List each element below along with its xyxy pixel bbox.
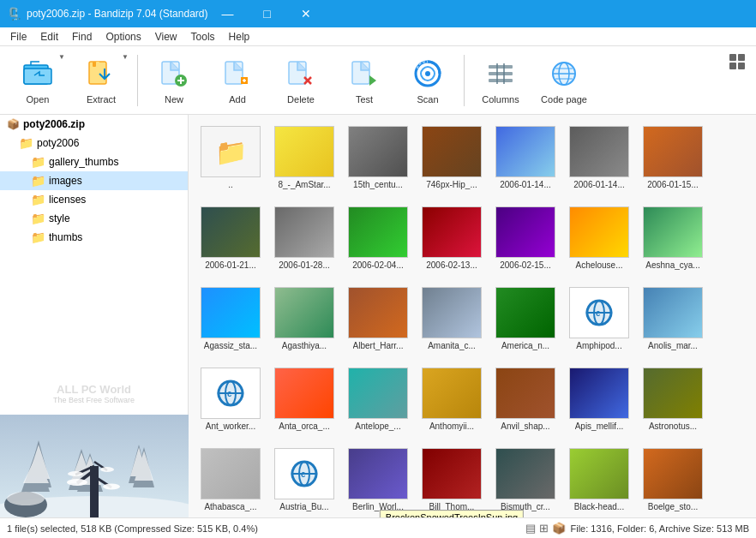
scan-button[interactable]: Scan bbox=[397, 50, 459, 111]
svg-rect-23 bbox=[489, 72, 513, 75]
sidebar-root[interactable]: 📦 poty2006.zip bbox=[0, 115, 188, 134]
sidebar-item-label: images bbox=[49, 175, 82, 187]
svg-text:e: e bbox=[227, 389, 232, 398]
view-icon-1[interactable]: ▤ bbox=[525, 522, 536, 535]
menu-tools[interactable]: Tools bbox=[184, 29, 222, 45]
file-name: 2006-02-04... bbox=[352, 260, 404, 271]
file-name: Astronotus... bbox=[649, 421, 697, 432]
file-thumbnail: e bbox=[201, 368, 261, 419]
sidebar-item-gallery_thumbs[interactable]: 📁gallery_thumbs bbox=[0, 152, 188, 171]
file-thumbnail bbox=[348, 126, 408, 177]
test-button[interactable]: Test bbox=[333, 50, 395, 111]
menu-find[interactable]: Find bbox=[65, 29, 99, 45]
file-item[interactable]: 2006-01-15... bbox=[638, 122, 708, 199]
file-item[interactable]: 2006-02-04... bbox=[343, 202, 413, 279]
menu-view[interactable]: View bbox=[148, 29, 184, 45]
folder-icon: 📁 bbox=[19, 136, 33, 150]
file-item[interactable]: Black-head... bbox=[564, 444, 634, 517]
file-item[interactable]: e Ant_worker... bbox=[195, 363, 266, 440]
file-item[interactable]: Antelope_... bbox=[343, 363, 413, 440]
sidebar-item-thumbs[interactable]: 📁thumbs bbox=[0, 228, 188, 247]
folder-icon: 📁 bbox=[31, 155, 45, 169]
svg-rect-33 bbox=[738, 54, 745, 61]
open-button[interactable]: Open ▼ bbox=[7, 50, 69, 111]
file-item[interactable]: 2006-01-14... bbox=[564, 122, 634, 199]
menu-help[interactable]: Help bbox=[222, 29, 257, 45]
file-item[interactable]: Albert_Harr... bbox=[343, 283, 413, 360]
file-item[interactable]: Boelge_sto... bbox=[638, 444, 708, 517]
file-name: 746px-Hip_... bbox=[426, 179, 477, 190]
delete-button[interactable]: Delete bbox=[270, 50, 332, 111]
file-item[interactable]: 2006-01-28... bbox=[269, 202, 339, 279]
file-item[interactable]: Astronotus... bbox=[638, 363, 708, 440]
file-item[interactable]: 2006-02-15... bbox=[490, 202, 561, 279]
file-item[interactable]: Anolis_mar... bbox=[638, 283, 708, 360]
close-button[interactable]: ✕ bbox=[286, 0, 326, 27]
menubar: File Edit Find Options View Tools Help bbox=[0, 27, 756, 46]
file-item[interactable]: 8_-_AmStar... bbox=[269, 122, 339, 199]
extract-button[interactable]: Extract ▼ bbox=[70, 50, 132, 111]
menu-edit[interactable]: Edit bbox=[33, 29, 65, 45]
file-item[interactable]: Athabasca_... bbox=[195, 444, 266, 517]
sidebar-item-images[interactable]: 📁images bbox=[0, 171, 188, 190]
file-item[interactable]: e Austria_Bu... bbox=[269, 444, 339, 517]
file-item[interactable]: Berlin_Worl... bbox=[343, 444, 413, 517]
file-item[interactable]: 📁.. bbox=[195, 122, 266, 199]
scan-label: Scan bbox=[417, 94, 438, 105]
sidebar-item-licenses[interactable]: 📁licenses bbox=[0, 190, 188, 209]
file-item[interactable]: 2006-01-14... bbox=[490, 122, 561, 199]
file-item[interactable]: Agasthiya... bbox=[269, 283, 339, 360]
file-item[interactable]: 2006-02-13... bbox=[417, 202, 487, 279]
file-item[interactable]: Bill_Thom... bbox=[417, 444, 487, 517]
svg-rect-35 bbox=[738, 63, 745, 69]
sidebar-item-style[interactable]: 📁style bbox=[0, 209, 188, 228]
file-thumbnail bbox=[201, 287, 261, 338]
open-dropdown-icon: ▼ bbox=[58, 53, 65, 61]
view-icon-2[interactable]: ⊞ bbox=[539, 522, 549, 535]
file-name: Antelope_... bbox=[355, 421, 400, 432]
left-panel: 📦 poty2006.zip 📁poty2006📁gallery_thumbs📁… bbox=[0, 115, 189, 517]
file-name: Anolis_mar... bbox=[648, 340, 698, 351]
file-item[interactable]: Agassiz_sta... bbox=[195, 283, 266, 360]
new-button[interactable]: New bbox=[143, 50, 205, 111]
sidebar-item-poty2006[interactable]: 📁poty2006 bbox=[0, 134, 188, 152]
file-name: Apis_mellif... bbox=[575, 421, 624, 432]
file-thumbnail bbox=[274, 287, 334, 338]
file-item[interactable]: America_n... bbox=[490, 283, 561, 360]
menu-options[interactable]: Options bbox=[99, 29, 147, 45]
file-tooltip: BrockenSnowedTreesInSun.jpg bbox=[380, 510, 524, 517]
add-button[interactable]: Add bbox=[207, 50, 268, 111]
svg-rect-3 bbox=[93, 62, 96, 67]
svg-rect-34 bbox=[729, 63, 736, 69]
minimize-button[interactable]: — bbox=[207, 0, 247, 27]
file-item[interactable]: Bismuth_cr... bbox=[490, 444, 561, 517]
preview-image bbox=[0, 415, 189, 517]
file-item[interactable]: Achelouse... bbox=[564, 202, 634, 279]
menu-file[interactable]: File bbox=[3, 29, 33, 45]
file-item[interactable]: 746px-Hip_... bbox=[417, 122, 487, 199]
add-label: Add bbox=[229, 94, 246, 105]
file-item[interactable]: Aeshna_cya... bbox=[638, 202, 708, 279]
svg-rect-4 bbox=[96, 62, 99, 67]
file-thumbnail bbox=[201, 448, 261, 499]
file-item[interactable]: Apis_mellif... bbox=[564, 363, 634, 440]
file-item[interactable]: 15th_centu... bbox=[343, 122, 413, 199]
file-item[interactable]: e Amphipod... bbox=[564, 283, 634, 360]
file-name: Boelge_sto... bbox=[648, 501, 698, 512]
columns-button[interactable]: Columns bbox=[470, 50, 531, 111]
codepage-button[interactable]: Code page bbox=[533, 50, 595, 111]
status-left: 1 file(s) selected, 518 KB (Compressed S… bbox=[7, 523, 258, 534]
file-name: Athabasca_... bbox=[204, 501, 256, 512]
file-item[interactable]: Anta_orca_... bbox=[269, 363, 339, 440]
file-name: 2006-01-15... bbox=[647, 179, 699, 190]
folder-icon: 📁 bbox=[31, 174, 45, 188]
file-name: 8_-_AmStar... bbox=[278, 179, 330, 190]
maximize-button[interactable]: □ bbox=[247, 0, 286, 27]
grid-view-icon[interactable] bbox=[725, 50, 749, 76]
file-item[interactable]: Anvil_shap... bbox=[490, 363, 561, 440]
tree-container: 📁poty2006📁gallery_thumbs📁images📁licenses… bbox=[0, 134, 188, 247]
file-item[interactable]: Anthomyii... bbox=[417, 363, 487, 440]
file-item[interactable]: 2006-01-21... bbox=[195, 202, 266, 279]
test-label: Test bbox=[356, 94, 373, 105]
file-item[interactable]: Amanita_c... bbox=[417, 283, 487, 360]
